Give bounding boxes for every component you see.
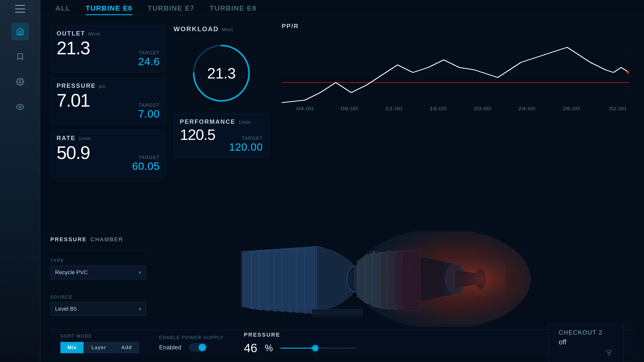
sidebar xyxy=(0,0,40,362)
bookmark-icon xyxy=(16,53,24,61)
type-field-group: TYPE Recycle PVC ▾ xyxy=(50,258,146,279)
pressure-slider-fill xyxy=(280,348,315,349)
performance-target-value: 120.00 xyxy=(229,141,263,153)
rate-target-label: TARGET xyxy=(132,155,160,160)
chart-area: 04.00 08.00 12.00 16.00 20.00 24.00 28.0… xyxy=(282,32,629,113)
outlet-card: OUTLET M/cm 21.3 TARGET 24.6 xyxy=(50,25,166,72)
outlet-value: 21.3 xyxy=(57,39,90,57)
footer-pressure-label: PRESSURE xyxy=(244,332,356,338)
svg-point-0 xyxy=(19,81,21,83)
pressure-metric-target: TARGET 7.00 xyxy=(138,103,160,120)
left-bottom-panel: PRESSURE CHAMBER TYPE Recycle PVC ▾ xyxy=(50,231,146,327)
sidebar-item-view[interactable] xyxy=(11,98,29,116)
tabs-bar: ALL TURBINE E6 TURBINE E7 TURBINE E8 xyxy=(40,0,644,15)
bottom-section: PRESSURE CHAMBER TYPE Recycle PVC ▾ xyxy=(50,231,634,327)
app-container: ALL TURBINE E6 TURBINE E7 TURBINE E8 OUT… xyxy=(0,0,644,362)
eye-icon xyxy=(16,103,24,111)
tab-turbine-e8[interactable]: TURBINE E8 xyxy=(210,2,256,15)
performance-header: PERFORMANCE 1/min xyxy=(180,118,263,125)
source-select-arrow: ▾ xyxy=(139,306,141,312)
outlet-target-value: 24.6 xyxy=(138,56,160,67)
workload-gauge: 21.3 xyxy=(189,41,254,106)
rate-target-value: 60.05 xyxy=(132,160,160,172)
rate-card: RATE 1/min 50.9 TARGET 60.05 xyxy=(50,130,166,177)
rate-values: 50.9 TARGET 60.05 xyxy=(57,144,160,172)
outlet-target-label: TARGET xyxy=(138,50,160,56)
svg-text:28.00: 28.00 xyxy=(562,106,580,111)
workload-header: WORKLOAD M/cm xyxy=(174,25,233,33)
home-icon xyxy=(16,27,24,35)
gauge-value: 21.3 xyxy=(207,65,236,82)
outlet-target: TARGET 24.6 xyxy=(138,50,160,68)
sort-mode-section: SORT MODE Mix Layer Add xyxy=(60,334,139,353)
chart-panel: PP/R xyxy=(277,20,634,229)
rate-target: TARGET 60.05 xyxy=(132,155,160,172)
outlet-unit: M/cm xyxy=(88,31,100,37)
pressure-metric-unit: psi xyxy=(99,84,105,89)
workload-unit: M/cm xyxy=(222,27,233,32)
svg-point-1 xyxy=(19,106,21,108)
divider1 xyxy=(50,250,146,251)
rate-value: 50.9 xyxy=(57,144,90,162)
svg-text:16.00: 16.00 xyxy=(429,106,447,111)
tab-turbine-e7[interactable]: TURBINE E7 xyxy=(148,2,194,15)
performance-title: PERFORMANCE xyxy=(180,118,235,125)
sort-mode-label: SORT MODE xyxy=(60,334,139,339)
type-select[interactable]: Recycle PVC ▾ xyxy=(50,265,146,279)
checkout-title: CHECKOUT 2 xyxy=(559,329,602,336)
sidebar-item-settings[interactable] xyxy=(11,73,29,91)
outlet-title: OUTLET xyxy=(57,30,85,37)
outlet-header: OUTLET M/cm xyxy=(57,30,160,37)
turbine-area xyxy=(101,231,634,327)
sidebar-item-bookmark[interactable] xyxy=(11,48,29,65)
performance-values: 120.5 TARGET 120.00 xyxy=(180,127,263,153)
sort-btn-layer[interactable]: Layer xyxy=(84,342,113,353)
svg-rect-24 xyxy=(443,261,506,297)
power-status: Enabled xyxy=(159,344,181,351)
workload-title: WORKLOAD xyxy=(174,25,219,33)
dashboard: OUTLET M/cm 21.3 TARGET 24.6 PRESSURE xyxy=(40,15,644,362)
tab-all[interactable]: ALL xyxy=(55,2,70,15)
footer-pressure-unit: % xyxy=(265,343,273,353)
performance-card: PERFORMANCE 1/min 120.5 TARGET 120.00 xyxy=(174,113,269,158)
pressure-metric-title: PRESSURE xyxy=(57,82,96,89)
svg-text:12.00: 12.00 xyxy=(385,106,402,111)
performance-target: TARGET 120.00 xyxy=(229,136,263,153)
power-row: Enabled xyxy=(159,343,224,351)
footer-bar: SORT MODE Mix Layer Add ENABLE POWER SUP… xyxy=(50,329,634,357)
performance-unit: 1/min xyxy=(238,120,251,125)
rate-header: RATE 1/min xyxy=(57,135,160,142)
rate-title: RATE xyxy=(57,135,76,142)
checkout-status: off xyxy=(559,338,567,346)
menu-icon[interactable] xyxy=(15,5,25,13)
svg-text:32.00: 32.00 xyxy=(609,106,626,111)
source-select[interactable]: Level B5 ▾ xyxy=(50,302,146,316)
turbine-svg xyxy=(101,231,634,327)
power-toggle[interactable] xyxy=(189,343,207,351)
toggle-thumb xyxy=(199,344,206,351)
rate-unit: 1/min xyxy=(79,136,91,141)
sort-buttons: Mix Layer Add xyxy=(60,342,139,353)
outlet-values: 21.3 TARGET 24.6 xyxy=(57,39,160,68)
sort-btn-add[interactable]: Add xyxy=(114,342,139,353)
sidebar-nav xyxy=(0,23,40,116)
pressure-slider-track[interactable] xyxy=(280,348,356,349)
pressure-target-label: TARGET xyxy=(138,103,160,108)
pressure-metric-values: 7.01 TARGET 7.00 xyxy=(57,91,160,120)
footer-pressure-value: 46 xyxy=(244,341,257,355)
source-label: SOURCE xyxy=(50,295,146,300)
performance-target-label: TARGET xyxy=(229,136,263,141)
source-field-group: SOURCE Level B5 ▾ xyxy=(50,295,146,316)
sidebar-item-home[interactable] xyxy=(11,23,29,40)
performance-value: 120.5 xyxy=(180,127,215,142)
type-label: TYPE xyxy=(50,258,146,263)
chart-title: PP/R xyxy=(282,23,629,30)
tab-turbine-e6[interactable]: TURBINE E6 xyxy=(86,2,132,15)
svg-rect-28 xyxy=(312,314,362,317)
sort-btn-mix[interactable]: Mix xyxy=(60,342,84,353)
svg-text:04.00: 04.00 xyxy=(296,106,313,111)
pressure-metric-value: 7.01 xyxy=(57,91,90,109)
svg-text:24.00: 24.00 xyxy=(518,106,535,111)
pressure-target-value: 7.00 xyxy=(138,108,160,120)
pressure-slider-thumb[interactable] xyxy=(312,345,318,351)
